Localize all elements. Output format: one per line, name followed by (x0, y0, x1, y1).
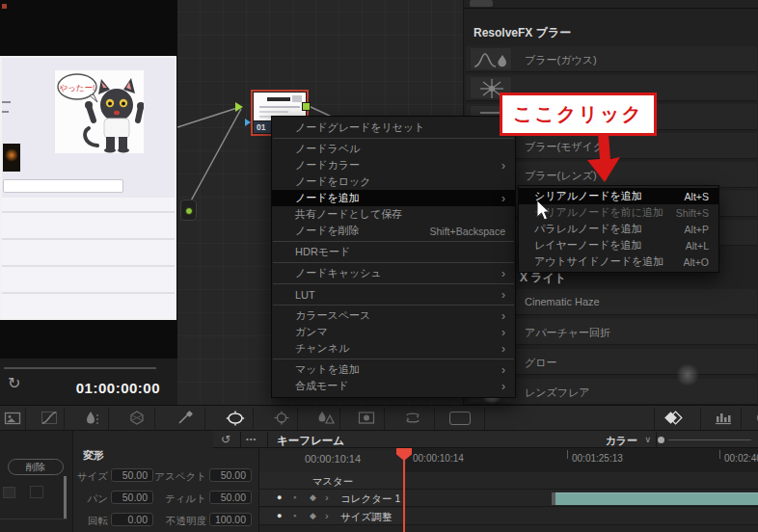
corrector-keyframe-bar[interactable] (555, 492, 758, 505)
pan-field[interactable]: 50.00 (111, 491, 153, 504)
magic-mask-icon[interactable] (314, 411, 338, 427)
window-hex-icon[interactable] (125, 411, 149, 427)
zoom-slider-track[interactable] (668, 439, 751, 440)
clip-icon[interactable]: ▪ (293, 511, 296, 520)
menu-item-composite-mode[interactable]: 合成モード› (272, 378, 515, 394)
menu-item-gamma[interactable]: ガンマ› (272, 324, 515, 340)
keyframe-header: ↺ ••• キーフレーム カラー ∨ (213, 431, 758, 448)
cat-drawing: やったー! (55, 70, 144, 153)
menu-item-delete-node[interactable]: ノードを削除Shift+Backspace (272, 223, 515, 239)
menu-item-hdr-mode[interactable]: HDRモード (272, 244, 515, 260)
submenu-arrow-icon: › (501, 380, 505, 393)
menu-item-node-color[interactable]: ノードカラー› (272, 157, 515, 173)
blur-palette-icon[interactable] (355, 411, 378, 427)
small-tool-icon[interactable] (3, 487, 15, 498)
node-rgb-input-icon[interactable] (235, 102, 243, 112)
keyframe-dot-icon[interactable]: ● (277, 492, 282, 502)
menu-item-reset-node-grade[interactable]: ノードグレードをリセット (272, 120, 515, 136)
fx-item-blur-gaussian[interactable]: ブラー(ガウス) (466, 46, 757, 72)
node-context-menu: ノードグレードをリセット ノードラベル ノードカラー› ノードをロック ノードを… (271, 116, 516, 398)
viewer-scrubber[interactable] (4, 367, 156, 369)
window-dot (2, 4, 7, 9)
toolbar-separator (384, 408, 385, 430)
tilt-field[interactable]: 50.00 (209, 491, 252, 504)
toolbar-separator (297, 408, 298, 430)
menu-separator (273, 262, 514, 263)
keyframe-dot-icon[interactable]: ● (277, 511, 282, 520)
aspect-field[interactable]: 50.00 (209, 468, 252, 482)
aspect-label: アスペクト (152, 470, 206, 484)
cat-illustration: やったー! (55, 70, 144, 153)
menu-item-lut[interactable]: LUT› (272, 286, 515, 303)
menu-item-node-cache[interactable]: ノードキャッシュ› (272, 265, 515, 281)
overflow-menu-icon[interactable]: ••• (246, 435, 257, 443)
toolbar-separator (484, 408, 485, 430)
3d-palette-icon[interactable] (449, 412, 471, 425)
menu-separator (273, 241, 514, 242)
qualifier-icon[interactable] (81, 411, 104, 427)
tracker-icon[interactable] (270, 411, 293, 427)
ruler-tick (567, 450, 568, 459)
toolbar-separator (654, 408, 655, 430)
size-label: サイズ (54, 470, 108, 484)
reset-icon[interactable]: ↺ (221, 433, 230, 446)
menu-separator (273, 305, 514, 306)
menu-item-channel[interactable]: チャンネル› (272, 340, 515, 357)
menu-item-lock-node[interactable]: ノードをロック (272, 173, 515, 190)
add-node-submenu: シリアルノードを追加Alt+S シリアルノードを前に追加Shift+S パラレル… (518, 185, 719, 273)
source-node[interactable] (180, 200, 197, 221)
viewer-timecode: 01:00:00:00 (76, 380, 160, 396)
menu-item-add-node[interactable]: ノードを追加› (272, 190, 515, 206)
menu-item-add-matte[interactable]: マットを追加› (272, 361, 515, 378)
track-master[interactable]: マスター (259, 472, 406, 490)
track-sizing-timeline[interactable] (406, 508, 758, 525)
track-corrector-1[interactable]: ● ▪ ◆ › コレクター 1 (259, 490, 406, 507)
keyframe-title: キーフレーム (277, 434, 344, 448)
stills-icon[interactable] (1, 411, 24, 427)
chevron-down-icon[interactable]: ∨ (644, 435, 651, 444)
playhead-line[interactable] (403, 449, 405, 532)
scopes-icon[interactable] (712, 411, 735, 427)
menu-item-save-as-shared-node[interactable]: 共有ノードとして保存 (272, 206, 515, 223)
viewer-image: やったー! (0, 56, 176, 320)
picker-icon[interactable] (174, 411, 197, 427)
timeline-ruler[interactable]: 00:00:10:14 00:01:25:13 00:02:40:12 (406, 448, 758, 472)
expand-chevron-icon[interactable]: › (325, 492, 329, 503)
node-key-input-icon[interactable] (245, 119, 251, 126)
node-output-icon[interactable] (302, 102, 311, 111)
submenu-arrow-icon: › (501, 267, 505, 280)
loop-playback-icon[interactable]: ↻ (8, 374, 20, 392)
tutorial-annotation-box: ここクリック (500, 93, 657, 136)
power-window-icon[interactable] (224, 411, 247, 427)
clip-icon[interactable]: ▪ (293, 492, 296, 502)
track-master-timeline[interactable] (406, 472, 758, 490)
rotate-field[interactable]: 0.00 (111, 513, 153, 526)
submenu-item-add-parallel-node[interactable]: パラレルノードを追加Alt+P (519, 221, 718, 237)
curves-icon[interactable] (38, 411, 61, 427)
header-separator (656, 432, 657, 447)
menu-separator (273, 138, 514, 139)
ruler-tick (719, 450, 720, 459)
toolbar-separator (64, 408, 65, 430)
viewer-transport: ↻ 01:00:00:00 (0, 359, 177, 405)
zoom-slider-handle[interactable] (658, 437, 664, 443)
menu-item-color-space[interactable]: カラースペース› (272, 307, 515, 324)
small-tool-icon[interactable] (30, 486, 43, 498)
track-sizing[interactable]: ● ▪ ◆ › サイズ調整 (259, 508, 406, 525)
track-corrector-1-timeline[interactable] (406, 490, 758, 507)
submenu-item-add-outside-node[interactable]: アウトサイドノードを追加Alt+O (519, 253, 718, 270)
node-layers-icon[interactable] (662, 411, 685, 427)
keyframe-diamond-icon[interactable]: ◆ (310, 492, 316, 502)
toolbar-separator (108, 408, 109, 430)
expand-chevron-icon[interactable]: › (325, 510, 329, 521)
size-field[interactable]: 50.00 (111, 468, 153, 482)
color-dropdown[interactable]: カラー (605, 434, 637, 448)
menu-item-node-label[interactable]: ノードラベル (272, 141, 515, 157)
motion-effects-icon[interactable] (401, 411, 424, 427)
keyframe-diamond-icon[interactable]: ◆ (310, 511, 316, 520)
toolbar-separator (204, 408, 205, 430)
thumbnail-glow (5, 149, 18, 161)
opacity-field[interactable]: 100.00 (209, 513, 252, 526)
partial-right-icon[interactable] (748, 411, 758, 427)
submenu-item-add-layer-node[interactable]: レイヤーノードを追加Alt+L (519, 237, 718, 253)
